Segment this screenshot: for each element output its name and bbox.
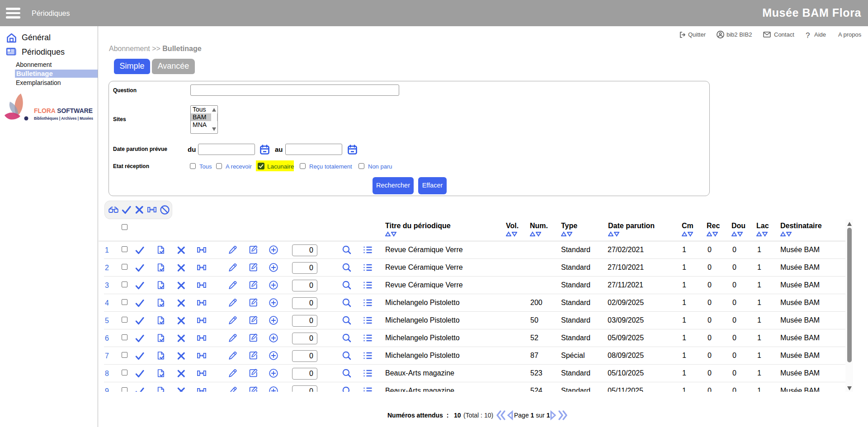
svg-text:Bibliothèques | Archives | Mus: Bibliothèques | Archives | Musées bbox=[34, 116, 93, 121]
svg-text:FLORA SOFTWARE: FLORA SOFTWARE bbox=[34, 107, 93, 114]
